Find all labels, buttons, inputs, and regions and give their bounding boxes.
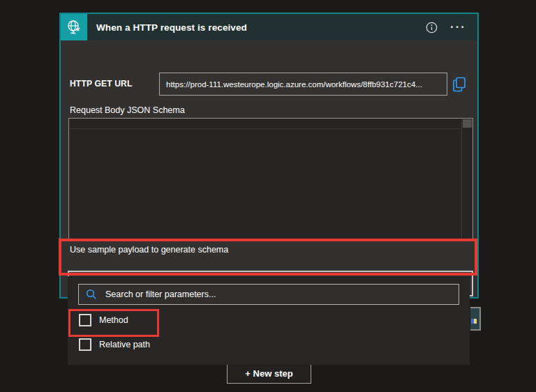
trigger-card-title: When a HTTP request is received bbox=[96, 22, 426, 33]
parameter-search-box[interactable] bbox=[78, 284, 459, 305]
scrollbar-thumb[interactable] bbox=[463, 119, 472, 128]
request-body-schema-label: Request Body JSON Schema bbox=[70, 105, 185, 115]
parameter-search-input[interactable] bbox=[104, 289, 452, 300]
action-card-icon bbox=[471, 319, 477, 324]
new-step-button[interactable]: + New step bbox=[227, 363, 311, 384]
http-get-url-input[interactable] bbox=[159, 73, 447, 96]
textarea-first-line bbox=[69, 128, 462, 129]
search-icon bbox=[86, 289, 97, 300]
ellipsis-menu-icon[interactable]: ··· bbox=[450, 24, 466, 31]
use-sample-payload-link[interactable]: Use sample payload to generate schema bbox=[70, 245, 228, 255]
method-label: Method bbox=[99, 315, 128, 325]
parameter-option-relative-path[interactable]: Relative path bbox=[79, 338, 150, 351]
partially-hidden-action-card[interactable] bbox=[470, 307, 481, 331]
parameter-option-method[interactable]: Method bbox=[79, 314, 128, 326]
trigger-card-header[interactable]: When a HTTP request is received ··· bbox=[61, 14, 477, 40]
info-icon[interactable] bbox=[426, 22, 438, 33]
relative-path-checkbox[interactable] bbox=[79, 338, 91, 351]
method-checkbox[interactable] bbox=[79, 314, 91, 326]
trigger-card-body: HTTP GET URL Request Body JSON Schema Us… bbox=[61, 40, 477, 299]
http-trigger-card[interactable]: When a HTTP request is received ··· HTTP… bbox=[59, 13, 479, 299]
http-get-url-label: HTTP GET URL bbox=[70, 79, 133, 89]
parameters-dropdown-panel: Method Relative path bbox=[68, 276, 470, 365]
textarea-scrollbar[interactable] bbox=[461, 119, 472, 239]
copy-url-icon[interactable] bbox=[451, 75, 468, 93]
relative-path-label: Relative path bbox=[99, 340, 150, 349]
request-body-schema-textarea[interactable] bbox=[68, 118, 473, 239]
http-request-trigger-icon bbox=[61, 14, 87, 40]
